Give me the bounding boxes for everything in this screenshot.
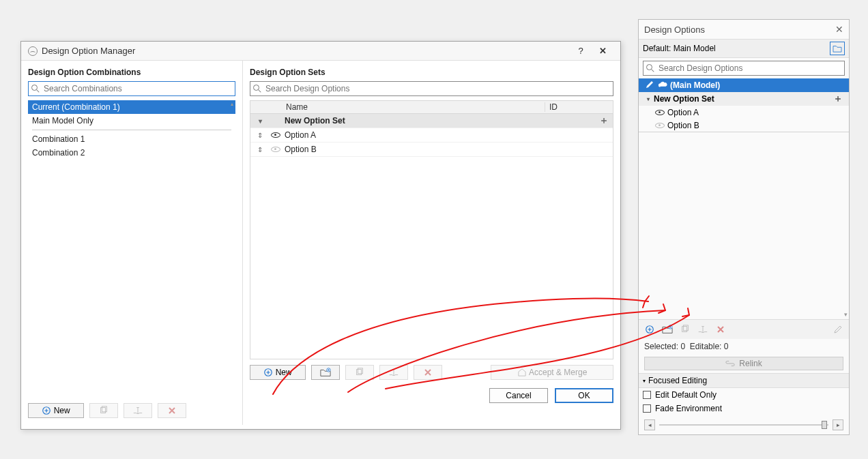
panel-close-button[interactable]: ✕ <box>835 24 843 35</box>
panel-delete-button[interactable] <box>715 324 726 335</box>
delete-option-button[interactable] <box>414 365 442 380</box>
eye-icon[interactable] <box>655 110 665 115</box>
editable-count: 0 <box>724 342 729 351</box>
panel-new-option-button[interactable] <box>644 324 655 335</box>
cancel-button[interactable]: Cancel <box>489 388 548 403</box>
column-name[interactable]: Name <box>282 102 545 112</box>
option-name: Option A <box>282 130 595 140</box>
expand-icon[interactable]: ▾ <box>250 117 270 125</box>
plus-circle-icon <box>263 368 273 377</box>
new-combination-button[interactable]: New <box>28 403 84 418</box>
option-set-row[interactable]: ▾ New Option Set ＋ <box>250 114 613 128</box>
slider-thumb[interactable] <box>822 421 827 429</box>
panel-option-a[interactable]: Option A <box>639 106 849 119</box>
svg-rect-6 <box>358 368 362 374</box>
option-sets-search-input[interactable] <box>264 83 610 94</box>
panel-option-b[interactable]: Option B <box>639 119 849 132</box>
combinations-heading: Design Option Combinations <box>28 68 235 77</box>
eye-icon[interactable] <box>271 132 280 138</box>
panel-search[interactable] <box>643 61 845 76</box>
panel-option-label: Option A <box>667 108 699 117</box>
panel-titlebar: Design Options ✕ <box>639 20 849 39</box>
combinations-search-input[interactable] <box>42 83 232 94</box>
delete-combination-button[interactable] <box>158 403 186 418</box>
home-icon <box>517 368 527 376</box>
eye-icon[interactable] <box>271 147 280 152</box>
main-model-label: (Main Model) <box>670 80 720 90</box>
pencil-icon <box>643 80 656 91</box>
panel-add-option-button[interactable]: ＋ <box>831 93 845 105</box>
scroll-up-icon[interactable]: ▴ <box>229 100 235 108</box>
new-combination-label: New <box>54 406 70 415</box>
slider-increment[interactable]: ▸ <box>833 419 843 430</box>
help-button[interactable]: ? <box>570 46 592 56</box>
panel-option-set-name: New Option Set <box>654 94 831 104</box>
editable-label: Editable: <box>690 342 722 351</box>
cloud-icon <box>656 80 670 90</box>
option-row-a[interactable]: ⇕ Option A <box>250 128 613 143</box>
option-sets-header: Name ID <box>250 100 613 114</box>
edit-default-only-checkbox[interactable]: Edit Default Only <box>639 388 849 402</box>
panel-duplicate-button[interactable] <box>680 324 691 335</box>
rename-option-button[interactable] <box>379 365 408 380</box>
combination-item-2[interactable]: Combination 2 <box>28 146 235 160</box>
panel-search-input[interactable] <box>657 63 841 74</box>
close-button[interactable]: ✕ <box>592 46 613 56</box>
reorder-handle[interactable]: ⇕ <box>250 146 270 153</box>
add-option-button[interactable]: ＋ <box>595 115 613 127</box>
combination-item-main-model-only[interactable]: Main Model Only <box>28 114 235 128</box>
default-label: Default: <box>643 44 671 53</box>
ok-button[interactable]: OK <box>555 388 613 403</box>
main-model-row[interactable]: (Main Model) <box>639 78 849 92</box>
reorder-handle[interactable]: ⇕ <box>250 132 270 139</box>
fade-environment-checkbox[interactable]: Fade Environment <box>639 402 849 415</box>
option-row-b[interactable]: ⇕ Option B <box>250 143 613 157</box>
selected-count: 0 <box>680 342 685 351</box>
relink-button[interactable]: Relink <box>644 357 843 370</box>
option-sets-search[interactable] <box>250 81 613 96</box>
list-divider <box>32 130 231 130</box>
panel-toolstrip <box>639 319 849 339</box>
fade-slider-row: ◂ ▸ <box>639 415 849 434</box>
rename-combination-button[interactable] <box>124 403 152 418</box>
link-icon <box>725 360 735 367</box>
folder-open-icon <box>833 44 842 53</box>
combinations-search[interactable] <box>28 81 235 96</box>
combinations-scrollbar[interactable]: ▴ <box>229 100 235 398</box>
manager-title: Design Option Manager <box>42 46 570 56</box>
new-option-set-button[interactable] <box>311 365 340 380</box>
checkbox-icon <box>643 404 651 413</box>
panel-rename-button[interactable] <box>697 324 708 335</box>
option-sets-pane: Design Option Sets Name ID ▾ New Option … <box>243 61 620 425</box>
rename-icon <box>132 406 143 415</box>
expand-icon[interactable]: ▾ <box>643 96 654 102</box>
focused-editing-header[interactable]: ▾ Focused Editing <box>639 373 849 388</box>
open-manager-button[interactable] <box>830 42 845 55</box>
search-icon <box>253 85 261 93</box>
combination-item-1[interactable]: Combination 1 <box>28 132 235 146</box>
focused-editing-label: Focused Editing <box>648 376 707 385</box>
panel-option-set-row[interactable]: ▾ New Option Set ＋ <box>639 92 849 106</box>
panel-tree-empty: ▾ <box>639 132 849 319</box>
design-options-panel: Design Options ✕ Default: Main Model (Ma… <box>638 19 850 435</box>
edit-default-label: Edit Default Only <box>655 390 717 400</box>
collapse-icon: ▾ <box>643 378 646 384</box>
scroll-down-icon[interactable]: ▾ <box>844 311 848 318</box>
accept-merge-button[interactable]: Accept & Merge <box>491 365 613 380</box>
eye-icon[interactable] <box>655 123 665 128</box>
fade-slider[interactable] <box>659 424 828 426</box>
panel-edit-button[interactable] <box>833 324 843 335</box>
new-option-button[interactable]: New <box>250 365 306 380</box>
combination-item-current[interactable]: Current (Combination 1) <box>28 100 235 114</box>
duplicate-combination-button[interactable] <box>89 403 118 418</box>
panel-new-set-button[interactable] <box>662 324 673 335</box>
accept-merge-label: Accept & Merge <box>529 368 587 377</box>
search-icon <box>646 64 654 72</box>
duplicate-option-button[interactable] <box>345 365 374 380</box>
combinations-pane: Design Option Combinations Current (Comb… <box>21 61 243 425</box>
checkbox-icon <box>643 391 651 399</box>
x-icon <box>424 368 432 376</box>
slider-decrement[interactable]: ◂ <box>644 419 655 430</box>
option-name: Option B <box>282 145 595 154</box>
column-id[interactable]: ID <box>545 102 613 112</box>
